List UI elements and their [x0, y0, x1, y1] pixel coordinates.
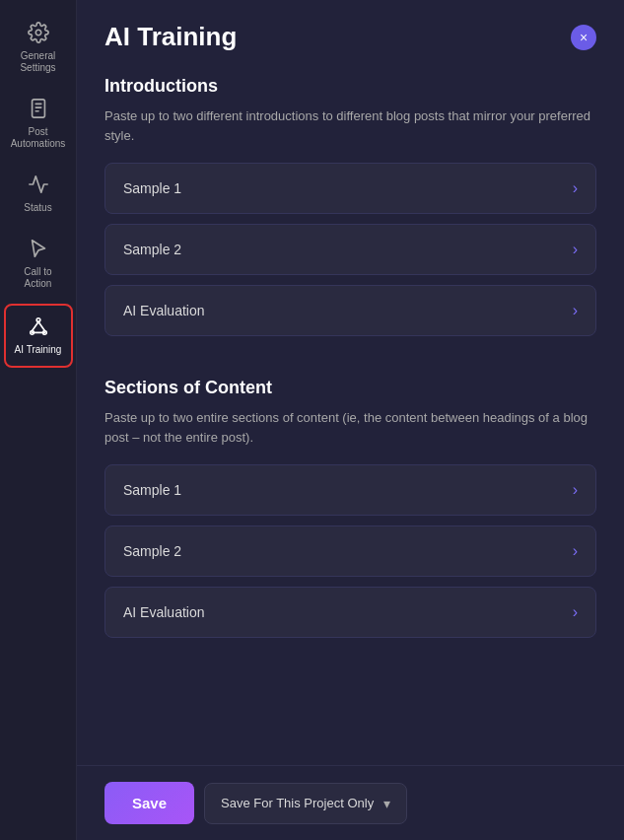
- content-sample-1-label: Sample 1: [123, 482, 181, 498]
- chevron-right-icon: ›: [573, 302, 578, 319]
- sections-of-content-desc: Paste up to two entire sections of conte…: [104, 408, 596, 447]
- intro-sample-1-label: Sample 1: [123, 180, 181, 196]
- page-title: AI Training: [104, 22, 237, 52]
- intro-sample-1[interactable]: Sample 1 ›: [104, 163, 596, 214]
- network-icon: [28, 315, 49, 340]
- intro-ai-evaluation[interactable]: AI Evaluation ›: [104, 285, 596, 336]
- sections-of-content-title: Sections of Content: [104, 378, 596, 398]
- cursor-icon: [28, 238, 49, 262]
- save-project-label: Save For This Project Only: [221, 796, 374, 810]
- svg-line-9: [38, 321, 44, 330]
- sidebar-item-label: Call to Action: [10, 266, 67, 290]
- content-ai-evaluation[interactable]: AI Evaluation ›: [104, 587, 596, 638]
- content-ai-evaluation-label: AI Evaluation: [123, 604, 205, 620]
- intro-sample-2[interactable]: Sample 2 ›: [104, 224, 596, 275]
- save-project-button[interactable]: Save For This Project Only ▾: [204, 783, 407, 824]
- sidebar: General Settings Post Automations Status…: [0, 0, 77, 840]
- main-panel: AI Training × Introductions Paste up to …: [77, 0, 624, 840]
- chevron-right-icon: ›: [573, 179, 578, 197]
- chevron-right-icon: ›: [573, 542, 578, 560]
- svg-rect-1: [32, 100, 44, 117]
- sidebar-item-call-to-action[interactable]: Call to Action: [4, 228, 73, 300]
- sidebar-item-status[interactable]: Status: [4, 164, 73, 224]
- sidebar-item-label: General Settings: [10, 50, 67, 74]
- introductions-section-title: Introductions: [104, 76, 596, 97]
- sidebar-item-label: AI Training: [15, 344, 62, 356]
- sidebar-item-label: Status: [24, 202, 51, 214]
- sidebar-item-ai-training[interactable]: AI Training: [4, 304, 73, 368]
- content-sample-2-label: Sample 2: [123, 543, 181, 559]
- footer: Save Save For This Project Only ▾: [77, 765, 624, 840]
- content-sample-1[interactable]: Sample 1 ›: [104, 464, 596, 516]
- gear-icon: [28, 22, 49, 46]
- intro-sample-2-label: Sample 2: [123, 242, 181, 257]
- close-button[interactable]: ×: [571, 25, 596, 50]
- chevron-right-icon: ›: [573, 241, 578, 258]
- svg-line-8: [32, 321, 37, 330]
- sidebar-item-general-settings[interactable]: General Settings: [4, 12, 73, 84]
- sidebar-item-post-automations[interactable]: Post Automations: [4, 88, 73, 160]
- chart-icon: [28, 174, 49, 198]
- save-button[interactable]: Save: [104, 782, 194, 824]
- intro-ai-evaluation-label: AI Evaluation: [123, 303, 205, 318]
- introductions-section-desc: Paste up to two different introductions …: [104, 106, 596, 145]
- content-scroll: Introductions Paste up to two different …: [77, 68, 624, 765]
- doc-icon: [28, 98, 49, 122]
- sidebar-item-label: Post Automations: [10, 126, 67, 150]
- main-header: AI Training ×: [77, 0, 624, 68]
- chevron-down-icon: ▾: [383, 796, 390, 811]
- svg-point-0: [35, 30, 41, 35]
- content-sample-2[interactable]: Sample 2 ›: [104, 525, 596, 577]
- chevron-right-icon: ›: [573, 603, 578, 621]
- chevron-right-icon: ›: [573, 481, 578, 499]
